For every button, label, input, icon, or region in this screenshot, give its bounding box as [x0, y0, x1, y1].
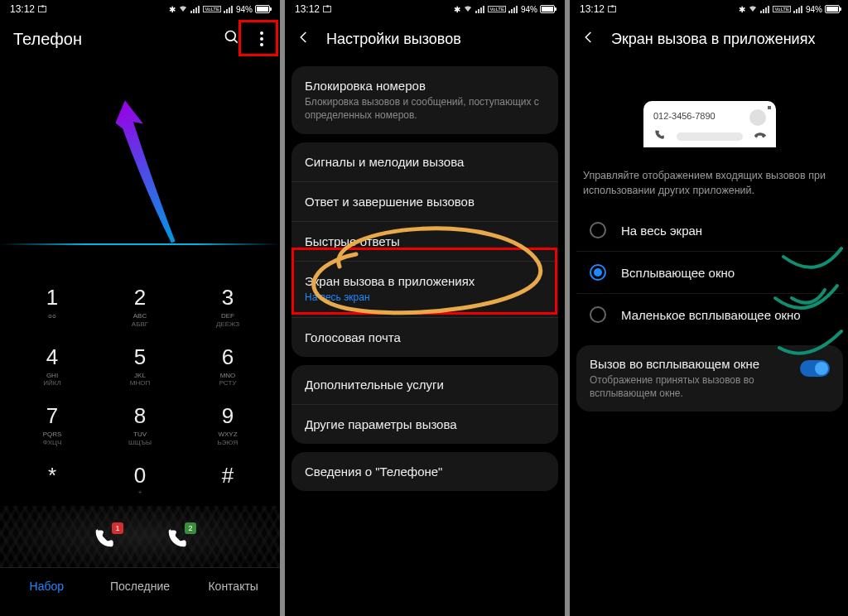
- sim2-badge: 2: [185, 522, 196, 534]
- bottom-tabs: Набор Последние Контакты: [0, 567, 280, 601]
- row-call-display[interactable]: Экран вызова в приложениях На весь экран: [292, 262, 558, 318]
- phone-screen-dialer: 13:12 ✱ VoLTE 94% Телефон: [0, 0, 280, 616]
- radio-icon-checked: [590, 264, 606, 281]
- settings-body: Блокировка номеров Блокировка вызовов и …: [285, 60, 565, 506]
- tab-contacts[interactable]: Контакты: [186, 580, 280, 593]
- wifi-icon: [178, 3, 188, 15]
- signal-icon: [190, 5, 200, 13]
- row-subtitle: Блокировка вызовов и сообщений, поступаю…: [305, 96, 545, 122]
- keypad-key-0[interactable]: 0+: [96, 453, 184, 503]
- description-text: Управляйте отображением входящих вызовов…: [570, 164, 848, 209]
- settings-header: Экран вызова в приложениях: [570, 18, 848, 60]
- screenshot-icon: [323, 6, 331, 12]
- row-extra-services[interactable]: Дополнительные услуги: [292, 365, 558, 405]
- battery-icon: [255, 5, 270, 13]
- keypad-key-star[interactable]: *: [8, 453, 96, 503]
- settings-header: Настройки вызовов: [285, 18, 565, 60]
- call-sim1-button[interactable]: 1: [92, 527, 115, 554]
- bluetooth-icon: ✱: [169, 5, 176, 14]
- phone-icon: [653, 129, 665, 144]
- radio-icon: [590, 222, 606, 238]
- status-bar: 13:12 ✱ VoLTE 94%: [570, 0, 848, 18]
- annotation-highlight-box: [238, 20, 278, 56]
- expand-icon: [768, 106, 771, 109]
- radio-option-mini-popup[interactable]: Маленькое всплывающее окно: [576, 294, 843, 335]
- status-time: 13:12: [580, 3, 605, 15]
- avatar-icon: [749, 109, 766, 126]
- radio-option-popup[interactable]: Всплывающее окно: [576, 252, 843, 294]
- sim1-badge: 1: [112, 522, 123, 534]
- phone-end-icon: [754, 129, 766, 144]
- battery-pct: 94%: [521, 5, 537, 14]
- row-ringtones[interactable]: Сигналы и мелодии вызова: [292, 142, 558, 182]
- keypad-key-3[interactable]: 3DEFДЕЁЖЗ: [184, 275, 272, 334]
- svg-line-1: [234, 40, 238, 43]
- back-icon[interactable]: [296, 30, 311, 48]
- row-voicemail[interactable]: Голосовая почта: [292, 318, 558, 357]
- battery-icon: [825, 5, 840, 13]
- back-icon[interactable]: [581, 30, 596, 48]
- status-time: 13:12: [295, 3, 320, 15]
- wifi-icon: [463, 3, 473, 15]
- battery-icon: [540, 5, 555, 13]
- bluetooth-icon: ✱: [739, 5, 745, 14]
- keypad-key-9[interactable]: 9WXYZЬЭЮЯ: [184, 393, 272, 453]
- signal-icon-2: [508, 5, 518, 13]
- settings-title: Экран вызова в приложениях: [611, 31, 815, 48]
- status-bar: 13:12 ✱ VoLTE 94%: [0, 0, 280, 18]
- volte-badge: VoLTE: [203, 6, 221, 12]
- card-extra-services: Дополнительные услуги Другие параметры в…: [292, 365, 558, 444]
- volte-badge: VoLTE: [773, 6, 791, 12]
- call-sim2-button[interactable]: 2: [165, 527, 188, 554]
- keypad-key-8[interactable]: 8TUVШЩЪЫ: [96, 393, 184, 453]
- search-icon[interactable]: [224, 29, 240, 49]
- settings-title: Настройки вызовов: [326, 31, 461, 48]
- battery-pct: 94%: [806, 5, 822, 14]
- keypad-key-7[interactable]: 7PQRSФХЦЧ: [8, 393, 96, 453]
- app-title: Телефон: [13, 30, 224, 49]
- toggle-switch-on[interactable]: [800, 360, 830, 377]
- call-preview-card: 012-3456-7890: [643, 101, 776, 147]
- screenshot-icon: [608, 6, 616, 12]
- signal-icon-2: [224, 5, 234, 13]
- keypad-key-4[interactable]: 4GHIИЙКЛ: [8, 334, 96, 394]
- keypad-key-1[interactable]: 1ᴏᴏ: [8, 275, 96, 334]
- keypad-key-2[interactable]: 2ABCАБВГ: [96, 275, 184, 334]
- call-buttons-row: 1 2: [0, 506, 280, 567]
- phone-screen-call-display: 13:12 ✱ VoLTE 94% Экран вызова в приложе…: [570, 0, 848, 616]
- radio-option-fullscreen[interactable]: На весь экран: [576, 209, 843, 252]
- dialer-keypad: 1ᴏᴏ 2ABCАБВГ 3DEFДЕЁЖЗ 4GHIИЙКЛ 5JKLМНОП…: [0, 275, 280, 503]
- row-quick-replies[interactable]: Быстрые ответы: [292, 222, 558, 262]
- swipe-arrow-annotation: [67, 83, 212, 268]
- bluetooth-icon: ✱: [454, 5, 460, 14]
- status-bar: 13:12 ✱ VoLTE 94%: [285, 0, 565, 18]
- signal-icon-2: [793, 5, 803, 13]
- keypad-key-hash[interactable]: #: [184, 453, 272, 503]
- slider-placeholder: [677, 132, 743, 141]
- row-title: Блокировка номеров: [305, 79, 545, 93]
- signal-icon: [760, 5, 770, 13]
- tab-dial[interactable]: Набор: [0, 580, 94, 593]
- toggle-popup-call[interactable]: Вызов во всплывающем окне Отображение пр…: [576, 345, 843, 411]
- glow-divider: [0, 243, 280, 245]
- signal-icon: [475, 5, 485, 13]
- status-time: 13:12: [10, 3, 35, 15]
- volte-badge: VoLTE: [488, 6, 506, 12]
- dialer-display: [0, 60, 280, 275]
- battery-pct: 94%: [236, 5, 253, 14]
- radio-icon: [590, 306, 606, 323]
- wifi-icon: [748, 3, 758, 15]
- svg-point-0: [226, 31, 236, 41]
- row-answer-end[interactable]: Ответ и завершение вызовов: [292, 182, 558, 222]
- card-about-phone[interactable]: Сведения о "Телефоне": [292, 452, 558, 491]
- keypad-key-5[interactable]: 5JKLМНОП: [96, 334, 184, 394]
- card-block-numbers[interactable]: Блокировка номеров Блокировка вызовов и …: [292, 66, 558, 134]
- screenshot-icon: [38, 6, 46, 12]
- phone-screen-callsettings: 13:12 ✱ VoLTE 94% Настройки вызовов Блок…: [285, 0, 565, 616]
- row-other-params[interactable]: Другие параметры вызова: [292, 405, 558, 444]
- tab-recent[interactable]: Последние: [94, 580, 187, 593]
- keypad-key-6[interactable]: 6MNOРСТУ: [184, 334, 272, 394]
- card-call-options: Сигналы и мелодии вызова Ответ и заверше…: [292, 142, 558, 357]
